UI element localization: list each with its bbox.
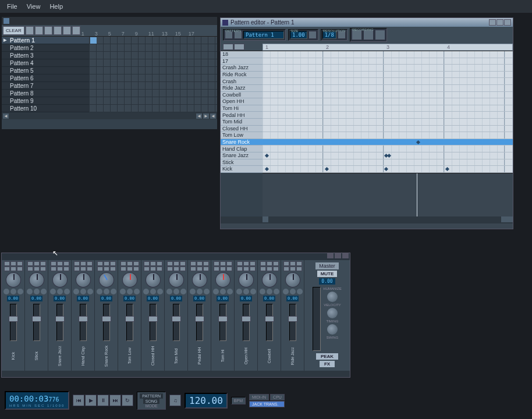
ch-play-btn[interactable] [283, 261, 289, 266]
pattern-item[interactable]: Pattern 1 [2, 37, 89, 44]
mixer-close-btn[interactable] [342, 253, 349, 258]
note-row[interactable] [263, 85, 513, 92]
send2-knob[interactable] [80, 289, 86, 294]
peak-btn[interactable]: PEAK [316, 353, 338, 360]
ch-fx1-btn[interactable] [144, 267, 150, 271]
ch-fx1-btn[interactable] [120, 267, 126, 271]
note-row[interactable] [263, 145, 513, 152]
pattern-item[interactable]: Pattern 2 [2, 44, 89, 52]
scroll-left-icon[interactable]: ◄ [3, 113, 9, 119]
note-row[interactable] [263, 166, 513, 173]
note-row[interactable] [263, 139, 513, 146]
channel-fader[interactable] [173, 304, 180, 341]
channel-fader[interactable] [126, 304, 133, 341]
ch-fx2-btn[interactable] [173, 267, 179, 271]
ch-play-btn[interactable] [97, 261, 103, 266]
fader-handle[interactable] [79, 316, 88, 322]
song-scrollbar[interactable]: ◄ ◄ ► ◄ [2, 112, 217, 119]
pan-knob[interactable] [76, 272, 91, 287]
instrument-item[interactable]: Tom Low [221, 132, 263, 139]
send3-knob[interactable] [274, 289, 279, 294]
note-row[interactable] [263, 126, 513, 133]
ch-fx3-btn[interactable] [203, 267, 209, 271]
note[interactable] [265, 167, 269, 171]
note[interactable] [265, 154, 269, 158]
fader-handle[interactable] [242, 316, 251, 322]
velocity-grid[interactable] [263, 173, 513, 216]
velocity-knob[interactable] [327, 292, 338, 302]
send1-knob[interactable] [50, 289, 56, 294]
scroll-next-icon[interactable]: ► [203, 113, 209, 119]
channel-fader[interactable] [10, 304, 17, 341]
song-titlebar[interactable] [2, 17, 217, 25]
pan-knob[interactable] [192, 272, 207, 287]
ch-play-btn[interactable] [74, 261, 80, 266]
note-row[interactable] [263, 92, 513, 99]
pan-knob[interactable] [262, 272, 277, 287]
ch-fx2-btn[interactable] [34, 267, 40, 271]
send2-knob[interactable] [243, 289, 249, 294]
send1-knob[interactable] [260, 289, 265, 294]
ch-fx1-btn[interactable] [237, 267, 243, 271]
swing-knob[interactable] [327, 324, 338, 335]
menu-view[interactable]: View [22, 2, 45, 11]
song-dropdown-btn[interactable] [35, 26, 43, 35]
ch-fx3-btn[interactable] [250, 267, 256, 271]
send1-knob[interactable] [143, 289, 149, 294]
send1-knob[interactable] [283, 289, 289, 294]
pan-knob[interactable] [6, 272, 21, 287]
note[interactable] [384, 167, 388, 171]
send3-knob[interactable] [87, 289, 93, 294]
send3-knob[interactable] [41, 289, 47, 294]
send3-knob[interactable] [297, 289, 303, 294]
mixer-maximize-btn[interactable] [335, 253, 341, 258]
ch-fx3-btn[interactable] [296, 267, 302, 271]
note-row[interactable] [263, 132, 513, 139]
send2-knob[interactable] [127, 289, 133, 294]
ch-solo-btn[interactable] [296, 261, 302, 266]
bc-btn[interactable]: ♫ [169, 395, 181, 406]
ch-play-btn[interactable] [237, 261, 243, 266]
ch-fx2-btn[interactable] [10, 267, 16, 271]
ch-play-btn[interactable] [144, 261, 150, 266]
instrument-item[interactable]: Closed HH [221, 126, 263, 133]
send1-knob[interactable] [3, 289, 9, 294]
maximize-button[interactable] [496, 19, 503, 26]
timing-knob[interactable] [327, 308, 338, 318]
instrument-item[interactable]: Cowbell [221, 92, 263, 99]
ch-fx2-btn[interactable] [80, 267, 86, 271]
fx-btn[interactable]: FX [320, 361, 335, 367]
fader-handle[interactable] [172, 316, 181, 322]
send1-knob[interactable] [213, 289, 219, 294]
send3-knob[interactable] [180, 289, 186, 294]
ch-fx1-btn[interactable] [51, 267, 56, 271]
note[interactable] [416, 140, 420, 144]
ch-mute-btn[interactable] [10, 261, 16, 266]
send1-knob[interactable] [190, 289, 196, 294]
ch-mute-btn[interactable] [220, 261, 226, 266]
load-instrument-btn[interactable] [223, 44, 233, 50]
note-row[interactable] [263, 119, 513, 126]
ch-mute-btn[interactable] [267, 261, 272, 266]
note-row[interactable] [263, 65, 513, 72]
pan-knob[interactable] [146, 272, 161, 287]
ch-mute-btn[interactable] [173, 261, 179, 266]
ch-play-btn[interactable] [51, 261, 56, 266]
ch-play-btn[interactable] [120, 261, 126, 266]
channel-fader[interactable] [103, 304, 110, 341]
ch-solo-btn[interactable] [87, 261, 93, 266]
pan-knob[interactable] [169, 272, 184, 287]
fader-handle[interactable] [265, 316, 274, 322]
pattern-item[interactable]: Pattern 8 [2, 90, 89, 97]
mixer-hscroll[interactable] [2, 371, 350, 377]
note-grid[interactable] [263, 51, 513, 173]
send2-knob[interactable] [104, 289, 109, 294]
ch-fx2-btn[interactable] [197, 267, 203, 271]
instrument-item[interactable]: Crash [221, 78, 263, 85]
send1-knob[interactable] [166, 289, 172, 294]
pattern-item[interactable]: Pattern 10 [2, 105, 89, 112]
pan-knob[interactable] [29, 272, 44, 287]
pan-knob[interactable] [285, 272, 300, 287]
ch-fx3-btn[interactable] [157, 267, 162, 271]
menu-help[interactable]: Help [45, 2, 68, 11]
